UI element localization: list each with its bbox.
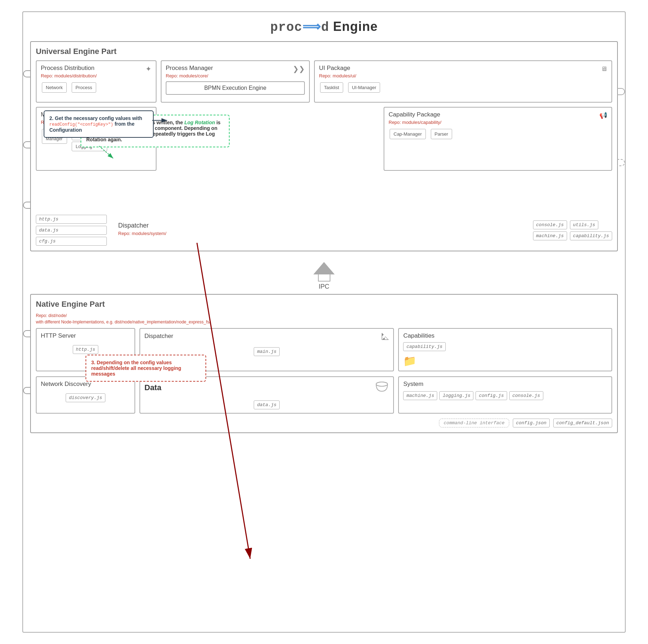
- right-files: console.js utils.js machine.js capabilit…: [533, 220, 612, 240]
- native-engine-repo: Repo: dist/node/: [36, 313, 612, 318]
- title-engine: Engine: [329, 19, 378, 34]
- ui-package-icon: 🖥: [601, 65, 607, 73]
- discovery-file: discovery.js: [66, 393, 105, 402]
- data-file: data.js: [254, 400, 280, 409]
- universal-engine-title: Universal Engine Part: [36, 47, 612, 56]
- callout-3: 3. Depending on the config values read/s…: [86, 355, 206, 382]
- bpmn-box: BPMN Execution Engine: [166, 81, 305, 95]
- network-icon: ⛡: [381, 332, 389, 342]
- ui-package-title: UI Package: [319, 65, 350, 72]
- ui-package-inner: Tasklist UI-Manager: [319, 81, 607, 94]
- callout-3-text: 3. Depending on the config values read/s…: [91, 360, 181, 377]
- process-manager-icon: ❯❯: [293, 65, 305, 73]
- right-connector-1: [617, 88, 625, 95]
- data-title: Data: [144, 383, 161, 392]
- process-distribution-inner: Network Process: [41, 81, 152, 94]
- capability-inner: Cap-Manager Parser: [389, 128, 607, 140]
- ui-package-repo: Repo: modules/ui/: [319, 73, 607, 78]
- callout-2-title: 2. Get the necessary config values with: [49, 115, 142, 121]
- process-manager-box: Process Manager ❯❯ Repo: modules/core/ B…: [161, 60, 310, 103]
- bottom-config-row: command-line interface config.json confi…: [36, 419, 612, 427]
- title-d: d: [321, 20, 329, 35]
- ui-manager-box: UI-Manager: [348, 82, 380, 93]
- http-js-file: http.js: [36, 215, 107, 224]
- title-proc: proc: [270, 20, 302, 35]
- native-engine-title: Native Engine Part: [36, 300, 612, 309]
- capability-package-title: Capability Package: [389, 111, 440, 118]
- left-connector-3: [23, 202, 31, 209]
- dispatcher-row: http.js data.js cfg.js Dispatcher Repo: …: [36, 215, 612, 246]
- left-connector-5: [23, 387, 31, 394]
- ipc-label: IPC: [319, 283, 329, 290]
- network-discovery-box: Network Discovery discovery.js: [36, 376, 135, 414]
- capabilities-title: Capabilities: [403, 332, 607, 339]
- left-connector-1: [23, 70, 31, 77]
- left-files: http.js data.js cfg.js: [36, 215, 107, 246]
- red-arrow-dest: [161, 381, 172, 393]
- capability-js-file: capability.js: [570, 231, 612, 240]
- ipc-arrow-inner: [316, 252, 332, 262]
- config-default-json-file: config_default.json: [553, 419, 612, 427]
- capability-icon: 📢: [599, 111, 607, 119]
- callout-2-arrow: [152, 117, 170, 124]
- tasklist-box: Tasklist: [320, 82, 343, 93]
- system-title: System: [403, 381, 607, 388]
- main-title: proc⟹d Engine: [30, 19, 618, 35]
- machine-js-file: machine.js: [533, 231, 567, 240]
- right-connector-2: [617, 159, 625, 166]
- ui-package-box: UI Package 🖥 Repo: modules/ui/ Tasklist …: [314, 60, 612, 103]
- native-dispatcher-title: Dispatcher: [144, 333, 173, 340]
- native-engine-impl: with different Node-Implementations, e.g…: [36, 320, 612, 324]
- capability-package-box: Capability Package 📢 Repo: modules/capab…: [384, 107, 612, 171]
- callout-1-bold-italic: Log Rotation: [184, 120, 215, 125]
- cli-box: command-line interface: [439, 419, 509, 427]
- svg-point-8: [376, 382, 388, 386]
- network-discovery-title: Network Discovery: [41, 381, 130, 388]
- top-row: Process Distribution ✦ Repo: modules/dis…: [36, 60, 612, 103]
- data-box: Data: [139, 376, 394, 414]
- process-box: Process: [72, 82, 96, 93]
- process-distribution-repo: Repo: modules/distribution/: [41, 73, 152, 78]
- data-js-file: data.js: [36, 226, 107, 235]
- callout-2-code: readConfig("<configKey>"): [49, 122, 113, 127]
- callout-2: 2. Get the necessary config values with …: [44, 110, 154, 138]
- red-arrow-dest-svg: [161, 381, 172, 391]
- left-connector-4: [23, 330, 31, 337]
- svg-line-3: [99, 146, 113, 158]
- capability-file: capability.js: [403, 342, 445, 351]
- capabilities-box: Capabilities capability.js 📁: [398, 328, 612, 371]
- parser-box: Parser: [431, 129, 452, 139]
- process-manager-title: Process Manager: [166, 65, 213, 72]
- http-server-file: http.js: [73, 345, 99, 354]
- universal-engine-part: Universal Engine Part Process Distributi…: [30, 41, 618, 251]
- ipc-stem: [318, 274, 330, 282]
- system-box: System machine.js logging.js config.js c…: [398, 376, 612, 414]
- capability-package-repo: Repo: modules/capability/: [389, 120, 607, 125]
- utils-js-file: utils.js: [570, 220, 598, 229]
- dispatcher-center: Dispatcher Repo: modules/system/: [111, 218, 529, 242]
- config-js-system: config.js: [476, 391, 507, 400]
- process-manager-repo: Repo: modules/core/: [166, 73, 305, 78]
- dispatcher-title: Dispatcher: [118, 222, 522, 229]
- cfg-js-file: cfg.js: [36, 237, 107, 246]
- console-js-file: console.js: [533, 220, 567, 229]
- native-dispatcher-file: main.js: [254, 347, 280, 356]
- process-distribution-title: Process Distribution: [41, 65, 94, 72]
- dispatcher-repo: Repo: modules/system/: [118, 231, 522, 236]
- callout-1-arrow: [99, 146, 120, 160]
- ipc-arrow-head: [313, 262, 335, 274]
- folder-icon: 📁: [403, 355, 607, 367]
- network-box: Network: [42, 82, 67, 93]
- process-distribution-box: Process Distribution ✦ Repo: modules/dis…: [36, 60, 156, 103]
- ipc-wrapper: IPC: [30, 258, 618, 294]
- http-server-title: HTTP Server: [41, 332, 130, 339]
- distribution-icon: ✦: [145, 65, 152, 73]
- ipc-visual: IPC: [313, 262, 335, 290]
- console-js-system: console.js: [509, 391, 543, 400]
- db-icon: [375, 381, 389, 395]
- logging-js-system: logging.js: [439, 391, 473, 400]
- config-json-file: config.json: [513, 419, 550, 427]
- title-arrow: ⟹: [302, 19, 321, 34]
- native-second-row: Network Discovery discovery.js Data: [36, 376, 612, 414]
- machine-js-system: machine.js: [403, 391, 437, 400]
